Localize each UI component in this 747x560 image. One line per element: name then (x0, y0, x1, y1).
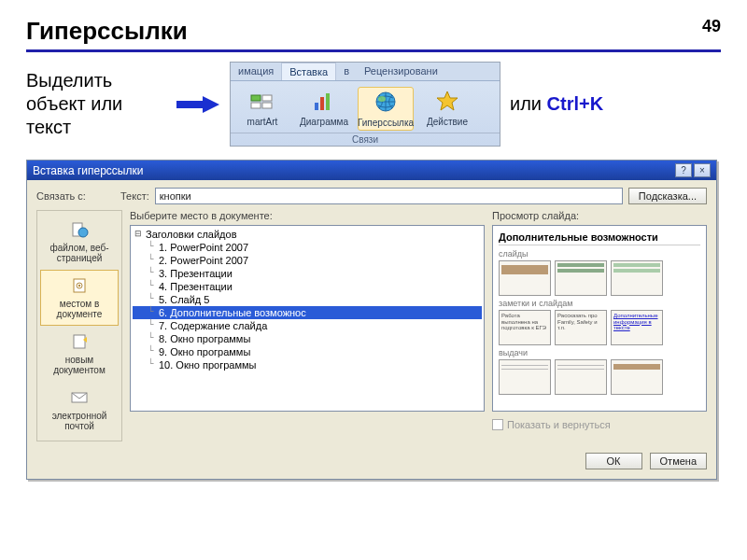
smartart-icon (248, 89, 276, 115)
show-return-checkbox (492, 419, 503, 430)
ok-button[interactable]: ОК (585, 453, 642, 469)
hint-button[interactable]: Подсказка... (628, 188, 707, 204)
svg-point-15 (78, 285, 80, 287)
ribbon-tabs: имация Вставка в Рецензировани (231, 63, 500, 81)
preview-thumb (555, 260, 607, 296)
tree-root[interactable]: Заголовки слайдов (133, 228, 482, 241)
preview-label: Просмотр слайда: (492, 210, 707, 221)
ribbon-button-hyperlink[interactable]: Гиперссылка (358, 87, 414, 131)
ribbon-button-action[interactable]: Действие (419, 87, 475, 131)
file-web-icon (69, 220, 90, 239)
tree-item[interactable]: 1. PowerPoint 2007 (133, 241, 482, 254)
svg-rect-1 (251, 95, 261, 101)
preview-thumb (611, 260, 663, 296)
svg-rect-6 (320, 97, 324, 110)
chart-icon (310, 89, 338, 115)
preview-thumb: Рассказать про Family, Safety и т.п. (555, 310, 607, 345)
select-place-label: Выберите место в документе: (130, 210, 485, 221)
slide-tree[interactable]: Заголовки слайдов 1. PowerPoint 20072. P… (130, 225, 485, 412)
link-to-place-in-doc[interactable]: местом в документе (40, 270, 119, 326)
close-button[interactable]: × (694, 163, 711, 177)
ribbon-tab-v[interactable]: в (336, 63, 357, 80)
preview-thumb: Дополнительные информация в тексте (611, 310, 663, 345)
text-label: Текст: (120, 190, 149, 202)
page-title: Гиперссылки (26, 17, 188, 46)
ribbon-group-label: Связи (231, 133, 500, 146)
link-to-sidebar: файлом, веб-страницей местом в документе… (36, 210, 122, 441)
tree-item[interactable]: 4. Презентации (133, 280, 482, 293)
svg-point-12 (78, 228, 88, 237)
preview-slide-title: Дополнительные возможности (499, 231, 700, 245)
tree-item[interactable]: 7. Содержание слайда (133, 319, 482, 332)
tree-item[interactable]: 10. Окно программы (133, 358, 482, 371)
preview-thumb: Работа выполнена на подготовка к ЕГЭ (499, 310, 551, 345)
ribbon-tab-insert[interactable]: Вставка (281, 63, 336, 80)
ribbon-button-smartart[interactable]: martArt (234, 87, 290, 131)
preview-thumb (499, 260, 551, 296)
dialog-titlebar: Вставка гиперссылки ? × (27, 161, 716, 180)
link-to-email[interactable]: электронной почтой (40, 382, 119, 438)
shortcut-hint: или Ctrl+K (510, 93, 603, 115)
slide-preview: Дополнительные возможности слайды заметк… (492, 225, 707, 412)
email-icon (69, 388, 90, 407)
tree-item[interactable]: 5. Слайд 5 (133, 293, 482, 306)
insert-hyperlink-dialog: Вставка гиперссылки ? × Связать с: Текст… (26, 160, 717, 480)
link-to-new-doc[interactable]: новым документом (40, 326, 119, 382)
svg-point-9 (378, 96, 386, 102)
help-button[interactable]: ? (675, 163, 692, 177)
globe-icon (372, 90, 400, 116)
tree-item[interactable]: 8. Окно программы (133, 332, 482, 345)
svg-rect-5 (315, 103, 318, 110)
ribbon-tab-animation[interactable]: имация (231, 63, 281, 80)
dialog-title: Вставка гиперссылки (33, 164, 143, 177)
new-doc-icon (69, 332, 90, 351)
svg-rect-2 (262, 95, 272, 101)
ribbon-tab-review[interactable]: Рецензировани (357, 63, 445, 80)
tree-item[interactable]: 6. Дополнительные возможнос (133, 306, 482, 319)
instruction-text: Выделить объект или текст (26, 69, 166, 139)
tree-item[interactable]: 2. PowerPoint 2007 (133, 254, 482, 267)
svg-rect-3 (251, 103, 261, 108)
svg-rect-16 (74, 335, 85, 348)
preview-thumb (611, 359, 663, 395)
action-star-icon (433, 89, 461, 115)
cancel-button[interactable]: Отмена (650, 453, 707, 469)
svg-rect-7 (326, 93, 330, 110)
preview-thumb (555, 359, 607, 395)
arrow-right-icon (176, 94, 220, 115)
show-and-return: Показать и вернуться (492, 419, 707, 430)
link-to-file[interactable]: файлом, веб-страницей (40, 214, 119, 270)
link-with-label: Связать с: (36, 190, 115, 202)
page-number: 49 (702, 17, 721, 36)
tree-item[interactable]: 9. Окно программы (133, 345, 482, 358)
svg-rect-4 (262, 103, 272, 108)
ribbon: имация Вставка в Рецензировани martArt Д… (230, 62, 500, 147)
svg-marker-0 (176, 96, 219, 113)
title-underline (26, 49, 721, 52)
place-in-doc-icon (69, 276, 90, 295)
ribbon-button-chart[interactable]: Диаграмма (296, 87, 352, 131)
svg-marker-10 (437, 91, 458, 110)
tree-item[interactable]: 3. Презентации (133, 267, 482, 280)
preview-thumb (499, 359, 551, 395)
text-input[interactable]: кнопки (155, 188, 623, 204)
